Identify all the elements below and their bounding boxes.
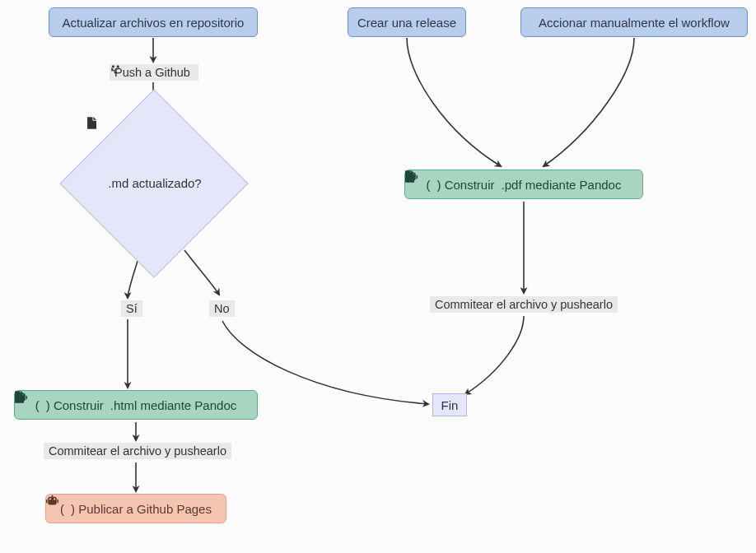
edge-text: Sí: [126, 302, 138, 315]
text: ) Construir: [437, 178, 495, 192]
node-label: Crear una release: [357, 16, 456, 30]
edge-no: No: [209, 300, 235, 317]
paren-open: (: [35, 398, 40, 412]
node-decision-md-updated: .md actualizado?: [87, 117, 219, 249]
node-label: Accionar manualmente el workflow: [539, 16, 730, 30]
text: ) Publicar a Github Pages: [71, 502, 212, 516]
edge-text: Commitear el archivo y pushearlo: [49, 444, 226, 458]
node-update-repo: Actualizar archivos en repositorio: [49, 7, 258, 37]
edge-text: Commitear el archivo y pushearlo: [435, 298, 613, 311]
text: ) Construir: [46, 398, 104, 412]
node-label: Actualizar archivos en repositorio: [63, 16, 245, 30]
edges-layer: [0, 0, 756, 553]
edge-commit-pdf: Commitear el archivo y pushearlo: [430, 296, 618, 313]
ext: .pdf mediante Pandoc: [502, 178, 622, 192]
edge-push-github: Push a Github: [110, 64, 198, 81]
ext: .html mediante Pandoc: [110, 398, 236, 412]
node-manual-workflow: Accionar manualmente el workflow: [520, 7, 748, 37]
node-build-html: ( ) Construir .html mediante Pandoc: [14, 390, 258, 420]
edge-commit-html: Commitear el archivo y pushearlo: [44, 443, 231, 459]
paren-open: (: [60, 502, 64, 516]
paren-open: (: [427, 178, 431, 192]
edge-yes: Sí: [121, 300, 142, 317]
edge-text: Push a Github: [114, 66, 190, 79]
node-publish-pages: ( ) Publicar a Github Pages: [45, 494, 226, 523]
decision-text: .md actualizado?: [108, 176, 201, 190]
node-create-release: Crear una release: [348, 7, 466, 37]
node-build-pdf: ( ) Construir .pdf mediante Pandoc: [404, 170, 643, 199]
node-label: Fin: [441, 398, 459, 412]
edge-text: No: [214, 302, 230, 315]
node-fin: Fin: [432, 393, 467, 416]
